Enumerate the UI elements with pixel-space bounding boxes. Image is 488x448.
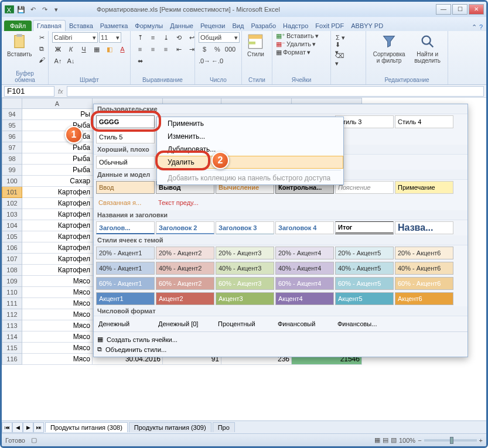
macro-record-icon[interactable]: ▢ <box>31 436 37 444</box>
tab-insert[interactable]: Вставка <box>66 20 97 31</box>
delete-cells-button[interactable]: ▦⁻ Удалить ▾ <box>276 40 316 48</box>
style-accent[interactable]: 20% - Акцент2 <box>156 247 214 259</box>
style-accent[interactable]: Акцент6 <box>395 292 453 305</box>
style-accent[interactable]: Акцент2 <box>156 292 214 305</box>
zoom-slider[interactable] <box>424 439 477 442</box>
bold-icon[interactable]: Ж <box>52 44 64 54</box>
style-accent[interactable]: 40% - Акцент2 <box>156 262 214 275</box>
style-heading3[interactable]: Заголовок 3 <box>216 221 274 234</box>
sheet-tab-2[interactable]: Продукты питания (309) <box>129 422 211 432</box>
style-5[interactable]: Стиль 5 <box>96 131 155 143</box>
view-normal-icon[interactable]: ▦ <box>374 436 380 444</box>
style-accent[interactable]: 40% - Акцент3 <box>216 262 274 275</box>
close-button[interactable]: ✕ <box>469 4 484 15</box>
style-numfmt[interactable]: Финансовый <box>275 317 334 330</box>
zoom-level[interactable]: 100% <box>399 437 415 444</box>
style-accent[interactable]: 60% - Акцент1 <box>96 277 155 290</box>
style-3[interactable]: Стиль 3 <box>335 115 394 128</box>
style-accent[interactable]: 60% - Акцент4 <box>275 277 334 290</box>
help-icon[interactable]: ? <box>479 23 483 31</box>
zoom-out-icon[interactable]: − <box>418 437 421 444</box>
number-format-combo[interactable]: Общий▾ <box>199 32 240 43</box>
style-numfmt[interactable]: Финансовы... <box>335 317 394 330</box>
tab-view[interactable]: Вид <box>229 20 248 31</box>
format-painter-icon[interactable]: 🖌 <box>36 54 47 65</box>
undo-icon[interactable]: ↶ <box>28 4 38 15</box>
ctx-add-qat[interactable]: Добавить коллекцию на панель быстрого до… <box>157 172 343 184</box>
style-4[interactable]: Стиль 4 <box>395 115 453 128</box>
indent-dec-icon[interactable]: ⇤ <box>173 44 185 54</box>
style-accent[interactable]: Акцент5 <box>335 292 394 305</box>
orientation-icon[interactable]: ⟲ <box>173 32 185 43</box>
style-accent[interactable]: 40% - Акцент6 <box>395 262 453 275</box>
tab-home[interactable]: Главная <box>33 20 66 31</box>
style-accent[interactable]: 20% - Акцент4 <box>275 247 334 259</box>
style-accent[interactable]: 20% - Акцент3 <box>216 247 274 259</box>
style-accent[interactable]: Акцент1 <box>96 292 155 305</box>
style-accent[interactable]: 60% - Акцент5 <box>335 277 394 290</box>
grow-font-icon[interactable]: A↑ <box>52 56 64 66</box>
cell-styles-button[interactable]: Стили <box>245 32 266 59</box>
sheet-nav-last[interactable]: ⏭ <box>33 422 44 433</box>
shrink-font-icon[interactable]: A↓ <box>65 56 77 66</box>
underline-icon[interactable]: Ч <box>78 44 90 54</box>
view-break-icon[interactable]: ▧ <box>391 436 397 444</box>
style-accent[interactable]: 40% - Акцент4 <box>275 262 334 275</box>
percent-icon[interactable]: % <box>211 44 223 54</box>
tab-data[interactable]: Данные <box>166 20 197 31</box>
find-select-button[interactable]: Найти и выделить <box>411 32 444 65</box>
insert-cells-button[interactable]: ▦⁺ Вставить ▾ <box>276 32 319 40</box>
style-accent[interactable]: 60% - Акцент6 <box>395 277 453 290</box>
ribbon-minimize-icon[interactable]: ⌃ <box>472 23 477 31</box>
style-accent[interactable]: 60% - Акцент3 <box>216 277 274 290</box>
style-accent[interactable]: 60% - Акцент2 <box>156 277 214 290</box>
style-accent[interactable]: 20% - Акцент6 <box>395 247 453 259</box>
border-icon[interactable]: ▦ <box>91 44 103 54</box>
style-heading1[interactable]: Заголов... <box>96 221 155 234</box>
tab-review[interactable]: Рецензи <box>197 20 229 31</box>
font-color-icon[interactable]: A <box>117 44 128 54</box>
style-accent[interactable]: Акцент4 <box>275 292 334 305</box>
merge-icon[interactable]: ⬌ <box>134 56 146 66</box>
style-accent[interactable]: 20% - Акцент5 <box>335 247 394 259</box>
sheet-nav-next[interactable]: ▶ <box>23 422 33 433</box>
ctx-modify[interactable]: Изменить... <box>157 130 343 143</box>
style-total[interactable]: Итог <box>335 221 394 234</box>
style-explain[interactable]: Пояснение <box>335 181 394 194</box>
tab-formulas[interactable]: Формулы <box>131 20 166 31</box>
style-heading4[interactable]: Заголовок 4 <box>275 221 334 234</box>
align-center-icon[interactable]: ≡ <box>147 44 159 54</box>
copy-icon[interactable]: ⧉ <box>36 43 47 54</box>
style-numfmt[interactable]: Процентный <box>216 317 274 330</box>
tab-foxit[interactable]: Foxit PDF <box>312 20 347 31</box>
style-accent[interactable]: 40% - Акцент1 <box>96 262 155 275</box>
fill-color-icon[interactable]: ◧ <box>104 44 115 54</box>
name-box[interactable] <box>4 86 54 97</box>
clear-icon[interactable]: ⌫ ▾ <box>335 54 346 65</box>
font-size-combo[interactable]: 11▾ <box>99 32 121 43</box>
new-cell-style[interactable]: ▦Создать стиль ячейки... <box>97 334 464 344</box>
merge-styles[interactable]: ⧉Объединить стили... <box>97 344 464 354</box>
tab-layout[interactable]: Разметка <box>97 20 132 31</box>
currency-icon[interactable]: $ <box>199 44 210 54</box>
maximize-button[interactable]: ☐ <box>452 4 467 15</box>
align-top-icon[interactable]: ⤒ <box>134 32 146 43</box>
align-right-icon[interactable]: ≡ <box>160 44 172 54</box>
tab-addins[interactable]: Надстро <box>279 20 312 31</box>
style-note[interactable]: Примечание <box>395 181 453 194</box>
sheet-nav-first[interactable]: ⏮ <box>2 422 12 433</box>
inc-decimal-icon[interactable]: .0→ <box>199 56 210 66</box>
style-accent[interactable]: 20% - Акцент1 <box>96 247 155 259</box>
tab-developer[interactable]: Разрабо <box>247 20 279 31</box>
format-cells-button[interactable]: ▦ Формат ▾ <box>276 49 310 56</box>
style-heading2[interactable]: Заголовок 2 <box>156 221 214 234</box>
style-normal[interactable]: Обычный <box>96 156 155 169</box>
qat-more-icon[interactable]: ▾ <box>51 4 62 15</box>
ctx-apply[interactable]: Применить <box>157 117 343 130</box>
formula-bar[interactable] <box>67 86 484 97</box>
paste-button[interactable]: Вставить <box>5 32 33 59</box>
style-input[interactable]: Ввод <box>96 181 155 194</box>
align-left-icon[interactable]: ≡ <box>134 44 146 54</box>
comma-icon[interactable]: 000 <box>224 44 236 54</box>
style-accent[interactable]: Акцент3 <box>216 292 274 305</box>
